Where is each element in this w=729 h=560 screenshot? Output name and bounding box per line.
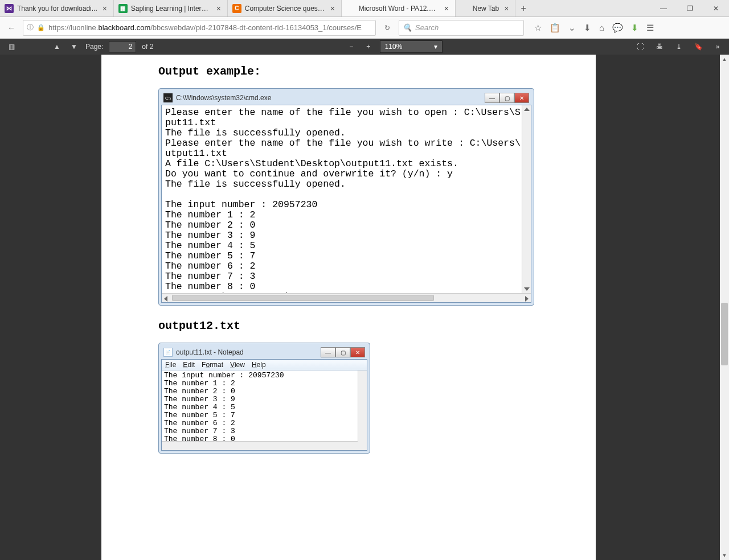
url-bar[interactable]: ⓘ 🔒 https://luonline.blackboard.com/bbcs… [23,20,376,36]
search-icon: 🔍 [403,23,412,32]
favicon-4 [460,4,469,13]
tab-title-0: Thank you for downloadi... [17,5,97,13]
notepad-titlebar[interactable]: 📄 output11.txt - Notepad — ▢ ✕ [161,345,367,359]
scroll-down-icon[interactable]: ▼ [720,551,729,560]
clipboard-icon[interactable]: 📋 [550,23,560,33]
menu-format[interactable]: Format [202,361,223,369]
np-close[interactable]: ✕ [350,347,365,357]
fullscreen-icon[interactable]: ⛶ [634,43,646,51]
scroll-up-icon[interactable]: ▲ [720,55,729,64]
np-hscroll[interactable] [162,441,358,450]
tab-close-4[interactable]: × [502,5,510,13]
tab-3-active[interactable]: Microsoft Word - PA12.doc - ... × [342,0,456,17]
window-maximize[interactable]: ❐ [677,0,703,17]
cmd-window: C:\ C:\Windows\system32\cmd.exe — ▢ ✕ Pl… [158,88,534,306]
search-bar[interactable]: 🔍 Search [399,20,524,36]
downloads-icon[interactable]: ⬇ [584,23,591,33]
scroll-thumb[interactable] [721,303,728,365]
cmd-output: Please enter the name of the file you wi… [162,105,531,302]
search-placeholder: Search [415,23,439,32]
page-up-icon[interactable]: ▲ [51,43,63,51]
page-down-icon[interactable]: ▼ [68,43,80,51]
cmd-title: C:\Windows\system32\cmd.exe [176,94,481,102]
print-icon[interactable]: 🖶 [654,43,665,51]
tab-close-3[interactable]: × [443,5,450,13]
window-controls: — ❐ ✕ [650,0,729,17]
tab-strip: ⋈ Thank you for downloadi... × ▦ Sapling… [0,0,729,17]
page-label: Page: [85,43,103,51]
cmd-icon: C:\ [163,93,173,102]
np-minimize[interactable]: — [321,347,335,357]
zoom-out-icon[interactable]: − [346,43,357,51]
menu-view[interactable]: View [230,361,245,369]
favicon-3 [346,4,355,13]
cmd-vscroll[interactable] [522,105,531,293]
menu-help[interactable]: Help [252,361,266,369]
notepad-content[interactable]: The input number : 20957230 The number 1… [162,370,367,450]
chat-icon[interactable]: 💬 [612,23,623,33]
favicon-1: ▦ [118,4,128,13]
np-resize-grip[interactable] [358,441,367,450]
zoom-in-icon[interactable]: + [363,43,374,51]
toolbar-icons: ☆ 📋 ⌄ ⬇ ⌂ 💬 ⬇ ☰ [534,23,654,33]
notepad-icon: 📄 [163,348,173,357]
doc-viewport: Output example: C:\ C:\Windows\system32\… [0,55,729,560]
favicon-2: C [232,4,241,13]
new-tab-button[interactable]: + [515,0,531,17]
viewport-scrollbar[interactable]: ▲ ▼ [720,55,729,560]
page-total: of 2 [142,43,153,51]
reload-button[interactable]: ↻ [380,24,394,32]
tab-title-1: Sapling Learning | Interact... [131,5,211,13]
tab-title-4: New Tab [473,5,499,13]
tab-close-1[interactable]: × [215,5,223,13]
tools-icon[interactable]: » [712,43,723,51]
bookmark-star-icon[interactable]: ☆ [534,23,542,33]
pdf-toolbar: ▥ ▲ ▼ Page: of 2 − + 110%▾ ⛶ 🖶 ⤓ 🔖 » [0,39,729,55]
page-input[interactable] [109,41,136,52]
tab-4[interactable]: New Tab × [456,0,515,17]
download-icon[interactable]: ⤓ [673,43,685,51]
window-minimize[interactable]: — [650,0,677,17]
tab-2[interactable]: C Computer Science questio... × [228,0,342,17]
tab-0[interactable]: ⋈ Thank you for downloadi... × [0,0,114,17]
pocket-icon[interactable]: ⌄ [568,23,576,33]
cmd-minimize[interactable]: — [485,93,499,103]
heading-output-example: Output example: [158,65,539,78]
cmd-titlebar[interactable]: C:\ C:\Windows\system32\cmd.exe — ▢ ✕ [161,91,531,105]
menu-edit[interactable]: Edit [183,361,195,369]
np-vscroll[interactable] [358,370,367,441]
chevron-down-icon: ▾ [434,43,437,51]
zoom-select[interactable]: 110%▾ [380,40,443,53]
nav-bar: ← ⓘ 🔒 https://luonline.blackboard.com/bb… [0,17,729,39]
cmd-maximize[interactable]: ▢ [499,93,514,103]
lock-icon: 🔒 [37,24,45,31]
menu-icon[interactable]: ☰ [646,23,654,33]
sidebar-toggle-icon[interactable]: ▥ [6,43,17,51]
info-icon[interactable]: ⓘ [27,23,34,32]
tab-close-2[interactable]: × [329,5,337,13]
heading-output12: output12.txt [158,319,539,332]
home-icon[interactable]: ⌂ [599,23,604,32]
cmd-close[interactable]: ✕ [514,93,529,103]
tab-close-0[interactable]: × [101,5,109,13]
np-maximize[interactable]: ▢ [335,347,350,357]
notepad-menu: File Edit Format View Help [162,360,367,370]
menu-file[interactable]: File [165,361,176,369]
notepad-window: 📄 output11.txt - Notepad — ▢ ✕ File Edit… [158,343,370,454]
notepad-title: output11.txt - Notepad [176,348,317,356]
back-button[interactable]: ← [5,21,18,35]
bookmark-icon[interactable]: 🔖 [693,43,704,51]
idm-icon[interactable]: ⬇ [631,23,638,33]
pdf-page: Output example: C:\ C:\Windows\system32\… [101,55,596,560]
url-text: https://luonline.blackboard.com/bbcswebd… [48,23,372,32]
tab-title-2: Computer Science questio... [245,5,325,13]
tab-title-3: Microsoft Word - PA12.doc - ... [359,5,439,13]
window-close[interactable]: ✕ [703,0,729,17]
cmd-hscroll[interactable] [162,293,531,302]
tab-1[interactable]: ▦ Sapling Learning | Interact... × [114,0,228,17]
favicon-0: ⋈ [5,4,14,13]
